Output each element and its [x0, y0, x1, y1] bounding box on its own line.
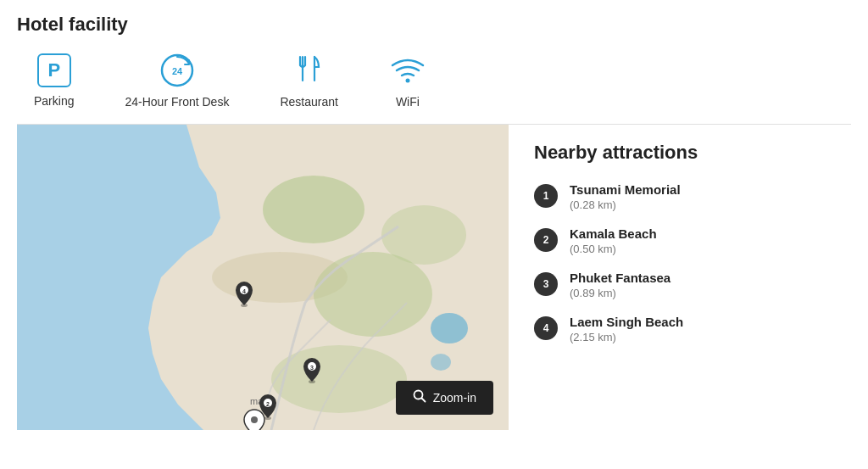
restaurant-label: Restaurant	[280, 95, 337, 109]
facility-wifi: WiFi	[389, 53, 426, 109]
attraction-number-4: 4	[534, 316, 558, 340]
parking-icon: P	[37, 53, 71, 87]
attraction-distance-2: (0.50 km)	[570, 243, 657, 255]
attraction-2: 2 Kamala Beach (0.50 km)	[534, 226, 826, 255]
bottom-section: mala 4 3	[17, 125, 851, 430]
svg-point-7	[405, 78, 409, 82]
attraction-name-2: Kamala Beach	[570, 226, 657, 241]
attraction-distance-1: (0.28 km)	[570, 198, 681, 211]
svg-text:24: 24	[172, 66, 183, 76]
parking-label: Parking	[34, 94, 74, 108]
attraction-distance-4: (2.15 km)	[570, 331, 683, 343]
svg-point-13	[381, 205, 466, 265]
attraction-number-1: 1	[534, 184, 558, 208]
attraction-number-3: 3	[534, 272, 558, 296]
attraction-3: 3 Phuket Fantasea (0.89 km)	[534, 271, 826, 299]
wifi-label: WiFi	[396, 95, 420, 109]
page-title: Hotel facility	[17, 14, 851, 36]
svg-text:4: 4	[242, 288, 246, 294]
attraction-1: 1 Tsunami Memorial (0.28 km)	[534, 182, 826, 211]
search-icon	[413, 389, 426, 406]
attraction-list: 1 Tsunami Memorial (0.28 km) 2 Kamala Be…	[534, 182, 826, 343]
attraction-name-4: Laem Singh Beach	[570, 315, 683, 329]
svg-point-28	[251, 416, 258, 423]
facilities-row: P Parking 24 24-Hour Front Desk	[17, 53, 851, 109]
attraction-name-3: Phuket Fantasea	[570, 271, 670, 285]
zoom-in-button[interactable]: Zoom-in	[396, 381, 493, 415]
svg-line-30	[421, 399, 425, 402]
attraction-info-1: Tsunami Memorial (0.28 km)	[570, 182, 681, 211]
map-container: mala 4 3	[17, 125, 509, 430]
facility-front-desk: 24 24-Hour Front Desk	[125, 53, 229, 109]
nearby-panel: Nearby attractions 1 Tsunami Memorial (0…	[509, 125, 851, 430]
nearby-title: Nearby attractions	[534, 142, 826, 164]
svg-text:3: 3	[310, 365, 314, 371]
page-wrapper: Hotel facility P Parking 24 24-Hour Fron…	[0, 0, 868, 430]
facility-restaurant: Restaurant	[280, 53, 337, 109]
attraction-info-3: Phuket Fantasea (0.89 km)	[570, 271, 670, 299]
attraction-distance-3: (0.89 km)	[570, 287, 670, 299]
svg-point-11	[263, 176, 364, 243]
svg-point-16	[431, 354, 451, 371]
restaurant-icon	[294, 53, 325, 88]
attraction-info-4: Laem Singh Beach (2.15 km)	[570, 315, 683, 343]
attraction-name-1: Tsunami Memorial	[570, 182, 681, 197]
facility-parking: P Parking	[34, 53, 74, 108]
parking-icon-box: P	[37, 53, 71, 87]
attraction-4: 4 Laem Singh Beach (2.15 km)	[534, 315, 826, 343]
svg-text:2: 2	[266, 401, 270, 407]
svg-point-15	[431, 313, 468, 343]
zoom-in-label: Zoom-in	[433, 391, 476, 405]
svg-point-12	[314, 252, 432, 337]
frontdesk-label: 24-Hour Front Desk	[125, 95, 229, 109]
attraction-number-2: 2	[534, 228, 558, 252]
frontdesk-icon: 24	[159, 53, 195, 88]
wifi-icon	[389, 53, 426, 88]
attraction-info-2: Kamala Beach (0.50 km)	[570, 226, 657, 255]
